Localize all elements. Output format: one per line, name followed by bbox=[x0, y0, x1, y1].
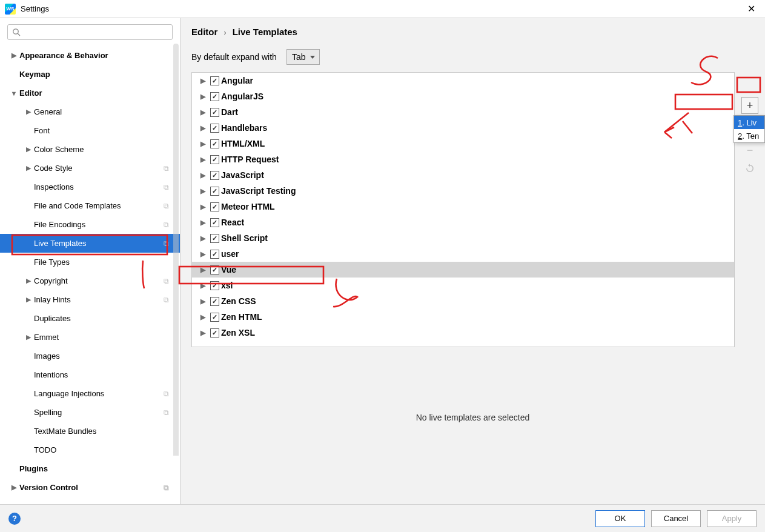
sidebar-item-file-types[interactable]: File Types bbox=[0, 253, 180, 271]
project-scope-icon: ⧉ bbox=[164, 277, 169, 285]
sidebar-item-textmate-bundles[interactable]: TextMate Bundles bbox=[0, 422, 180, 441]
template-group-label: Zen HTML bbox=[221, 312, 262, 322]
checkbox-icon[interactable]: ✓ bbox=[210, 155, 219, 164]
checkbox-icon[interactable]: ✓ bbox=[210, 76, 219, 85]
template-group-zen-html[interactable]: ▶✓Zen HTML bbox=[192, 309, 734, 325]
sidebar-item-copyright[interactable]: ▶Copyright⧉ bbox=[0, 271, 180, 290]
help-icon[interactable]: ? bbox=[8, 513, 21, 525]
sidebar-item-language-injections[interactable]: Language Injections⧉ bbox=[0, 384, 180, 403]
template-group-xsl[interactable]: ▶✓xsl bbox=[192, 278, 734, 293]
chevron-right-icon: ▶ bbox=[200, 156, 210, 164]
chevron-right-icon: ▶ bbox=[200, 219, 210, 227]
sidebar-item-appearance-behavior[interactable]: ▶Appearance & Behavior bbox=[0, 46, 180, 65]
sidebar-item-inlay-hints[interactable]: ▶Inlay Hints⧉ bbox=[0, 290, 180, 309]
breadcrumb-page: Live Templates bbox=[233, 27, 297, 37]
sidebar-item-images[interactable]: Images bbox=[0, 347, 180, 365]
template-group-label: Zen CSS bbox=[221, 296, 256, 306]
sidebar-scrollbar[interactable] bbox=[173, 44, 179, 502]
template-group-label: HTML/XML bbox=[221, 139, 265, 148]
sidebar-item-label: Font bbox=[34, 126, 50, 135]
sidebar-item-label: Live Templates bbox=[34, 239, 86, 248]
template-group-meteor-html[interactable]: ▶✓Meteor HTML bbox=[192, 199, 734, 214]
checkbox-icon[interactable]: ✓ bbox=[210, 171, 219, 180]
sidebar-item-spelling[interactable]: Spelling⧉ bbox=[0, 403, 180, 422]
checkbox-icon[interactable]: ✓ bbox=[210, 218, 219, 227]
sidebar-item-label: Editor bbox=[19, 88, 42, 98]
sidebar-item-plugins[interactable]: Plugins bbox=[0, 459, 180, 478]
checkbox-icon[interactable]: ✓ bbox=[210, 250, 219, 259]
sidebar-item-label: Inspections bbox=[34, 182, 74, 191]
template-group-vue[interactable]: ▶✓Vue bbox=[192, 262, 734, 278]
template-group-label: Handlebars bbox=[221, 123, 267, 133]
sidebar-item-color-scheme[interactable]: ▶Color Scheme bbox=[0, 140, 180, 159]
sidebar-item-file-encodings[interactable]: File Encodings⧉ bbox=[0, 215, 180, 234]
main-pane: Editor › Live Templates By default expan… bbox=[180, 18, 765, 504]
chevron-right-icon: ▶ bbox=[10, 52, 18, 59]
sidebar-item-file-and-code-templates[interactable]: File and Code Templates⧉ bbox=[0, 196, 180, 215]
template-group-user[interactable]: ▶✓user bbox=[192, 246, 734, 262]
sidebar-item-todo[interactable]: TODO bbox=[0, 441, 180, 459]
expand-select[interactable]: Tab bbox=[286, 49, 320, 65]
sidebar-item-version-control[interactable]: ▶Version Control⧉ bbox=[0, 478, 180, 497]
titlebar: WS Settings ✕ bbox=[0, 0, 765, 18]
chevron-right-icon: ▶ bbox=[24, 164, 33, 172]
checkbox-icon[interactable]: ✓ bbox=[210, 187, 219, 196]
checkbox-icon[interactable]: ✓ bbox=[210, 92, 219, 101]
checkbox-icon[interactable]: ✓ bbox=[210, 265, 219, 274]
checkbox-icon[interactable]: ✓ bbox=[210, 202, 219, 211]
project-scope-icon: ⧉ bbox=[164, 202, 169, 210]
template-group-handlebars[interactable]: ▶✓Handlebars bbox=[192, 120, 734, 136]
sidebar-item-code-style[interactable]: ▶Code Style⧉ bbox=[0, 159, 180, 178]
checkbox-icon[interactable]: ✓ bbox=[210, 313, 219, 322]
add-popup: 1. Liv 2. Ten bbox=[734, 115, 765, 143]
template-group-dart[interactable]: ▶✓Dart bbox=[192, 104, 734, 120]
template-group-react[interactable]: ▶✓React bbox=[192, 214, 734, 230]
search-input[interactable] bbox=[7, 24, 173, 40]
template-group-zen-css[interactable]: ▶✓Zen CSS bbox=[192, 293, 734, 309]
cancel-button[interactable]: Cancel bbox=[651, 510, 701, 527]
checkbox-icon[interactable]: ✓ bbox=[210, 297, 219, 306]
footer: ? OK Cancel Apply bbox=[0, 504, 765, 532]
undo-button[interactable] bbox=[741, 160, 758, 177]
sidebar-item-font[interactable]: Font bbox=[0, 121, 180, 140]
sidebar-item-inspections[interactable]: Inspections⧉ bbox=[0, 178, 180, 196]
template-group-html-xml[interactable]: ▶✓HTML/XML bbox=[192, 136, 734, 151]
chevron-right-icon: ▶ bbox=[200, 250, 210, 258]
sidebar-item-live-templates[interactable]: Live Templates⧉ bbox=[0, 234, 180, 253]
add-button[interactable]: + bbox=[741, 97, 758, 114]
project-scope-icon: ⧉ bbox=[164, 484, 169, 492]
template-group-angular[interactable]: ▶✓Angular bbox=[192, 73, 734, 88]
template-group-http-request[interactable]: ▶✓HTTP Request bbox=[192, 151, 734, 167]
sidebar-item-duplicates[interactable]: Duplicates bbox=[0, 309, 180, 328]
remove-button[interactable]: − bbox=[741, 142, 758, 159]
popup-item-template-group[interactable]: 2. Ten bbox=[734, 129, 764, 142]
checkbox-icon[interactable]: ✓ bbox=[210, 124, 219, 133]
checkbox-icon[interactable]: ✓ bbox=[210, 328, 219, 337]
template-group-javascript-testing[interactable]: ▶✓JavaScript Testing bbox=[192, 183, 734, 199]
checkbox-icon[interactable]: ✓ bbox=[210, 139, 219, 148]
settings-tree: ▶Appearance & BehaviorKeymap▼Editor▶Gene… bbox=[0, 46, 180, 504]
project-scope-icon: ⧉ bbox=[164, 164, 169, 173]
sidebar-item-editor[interactable]: ▼Editor bbox=[0, 84, 180, 102]
sidebar-item-general[interactable]: ▶General bbox=[0, 102, 180, 121]
checkbox-icon[interactable]: ✓ bbox=[210, 281, 219, 290]
apply-button[interactable]: Apply bbox=[707, 510, 757, 527]
sidebar-item-intentions[interactable]: Intentions bbox=[0, 365, 180, 384]
breadcrumb-root[interactable]: Editor bbox=[191, 27, 217, 37]
svg-point-0 bbox=[13, 29, 18, 34]
sidebar-item-keymap[interactable]: Keymap bbox=[0, 65, 180, 84]
sidebar-item-label: Version Control bbox=[19, 483, 78, 492]
checkbox-icon[interactable]: ✓ bbox=[210, 234, 219, 243]
template-group-angularjs[interactable]: ▶✓AngularJS bbox=[192, 88, 734, 104]
chevron-right-icon: ▶ bbox=[200, 77, 210, 85]
ok-button[interactable]: OK bbox=[595, 510, 645, 527]
template-group-zen-xsl[interactable]: ▶✓Zen XSL bbox=[192, 325, 734, 341]
chevron-right-icon: ▶ bbox=[200, 171, 210, 179]
close-icon[interactable]: ✕ bbox=[743, 1, 760, 17]
sidebar-item-emmet[interactable]: ▶Emmet bbox=[0, 328, 180, 347]
popup-item-live-template[interactable]: 1. Liv bbox=[734, 116, 764, 129]
template-group-javascript[interactable]: ▶✓JavaScript bbox=[192, 167, 734, 183]
template-group-shell-script[interactable]: ▶✓Shell Script bbox=[192, 230, 734, 246]
checkbox-icon[interactable]: ✓ bbox=[210, 108, 219, 117]
template-group-label: Vue bbox=[221, 265, 236, 274]
